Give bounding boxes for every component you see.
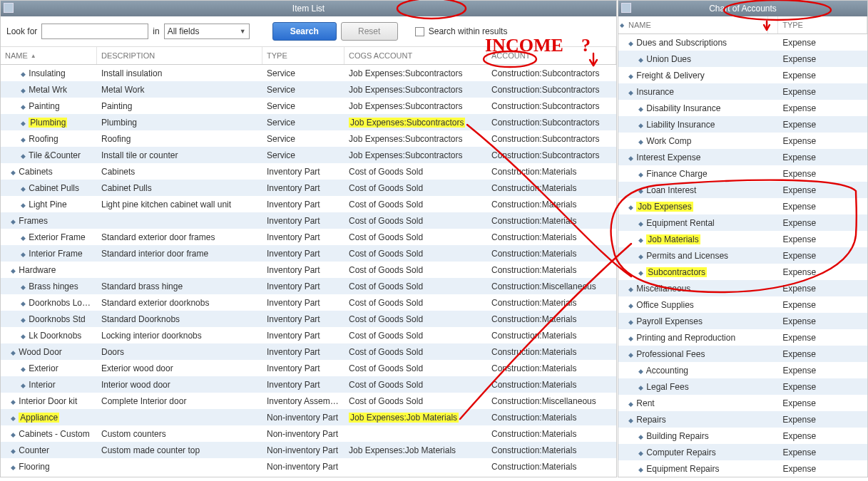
table-row[interactable]: ◆ Metal WrkMetal WorkServiceJob Expenses… [1,81,616,98]
table-row[interactable]: ◆ InteriorInterior wood doorInventory Pa… [1,376,616,393]
table-row[interactable]: ◆ Loan InterestExpense [618,182,867,198]
table-row[interactable]: ◆ Freight & DeliveryExpense [618,67,867,83]
col-description[interactable]: DESCRIPTION [97,47,262,64]
table-row[interactable]: ◆ FlooringNon-inventory PartConstruction… [1,458,616,475]
cell-name: ◆ Job Materials [618,234,769,244]
cell-type: Expense [778,398,867,408]
table-row[interactable]: ◆ Dues and SubscriptionsExpense [618,34,867,51]
table-row[interactable]: ◆ MiscellaneousExpense [618,280,867,296]
cell-type: Inventory Part [262,200,344,210]
col-attach[interactable] [768,16,778,33]
search-within-checkbox[interactable] [415,27,424,36]
table-row[interactable]: ◆ Wood DoorDoorsInventory PartCost of Go… [1,343,616,360]
window-control-icon[interactable] [621,3,631,13]
item-list-panel: Item List Look for in All fields ▼ Searc… [0,0,617,477]
cell-type: Inventory Part [262,216,344,226]
table-row[interactable]: ◆ Cabinets - CustomCustom countersNon-in… [1,425,616,442]
window-control-icon[interactable] [4,3,14,13]
cell-type: Inventory Assembly [262,396,344,406]
table-row[interactable]: ◆ ExteriorExterior wood doorInventory Pa… [1,360,616,376]
cell-name: ◆ Dues and Subscriptions [618,38,768,48]
table-row[interactable]: ◆ Legal FeesExpense [618,378,867,395]
diamond-icon: ◆ [628,400,634,408]
table-row[interactable]: ◆ Exterior FrameStandard exterior door f… [1,229,616,245]
diamond-icon: ◆ [21,103,26,110]
table-row[interactable]: ◆ InsuranceExpense [618,83,867,100]
table-row[interactable]: ◆ Lk DoorknobsLocking interior doorknobs… [1,327,616,343]
table-row[interactable]: ◆ Doorknobs Lock...Standard exterior doo… [1,294,616,311]
coa-titlebar[interactable]: Chart of Accounts [618,1,867,16]
table-row[interactable]: ◆ Interior FrameStandard interior door f… [1,245,616,262]
table-row[interactable]: ◆ RentExpense [618,395,867,411]
table-row[interactable]: ◆ Liability InsuranceExpense [618,116,867,133]
look-for-input[interactable] [41,24,148,39]
table-row[interactable]: ◆ Doorknobs StdStandard DoorknobsInvento… [1,311,616,327]
table-row[interactable]: ◆ Printing and ReproductionExpense [618,329,867,346]
table-row[interactable]: ◆ Permits and LicensesExpense [618,247,867,264]
cell-description: Cabinet Pulls [97,183,262,193]
table-row[interactable]: ◆ RoofingRoofingServiceJob Expenses:Subc… [1,130,616,147]
diamond-icon: ◆ [21,87,26,94]
cell-description: Exterior wood door [97,363,262,373]
table-row[interactable]: ◆ Cabinet PullsCabinet PullsInventory Pa… [1,180,616,196]
col-account[interactable]: ACCOUNT [487,47,616,64]
cell-cogs: Cost of Goods Sold [344,363,487,373]
diamond-icon: ◆ [638,220,644,227]
search-button[interactable]: Search [272,22,337,41]
table-row[interactable]: ◆ CabinetsCabinetsInventory PartCost of … [1,163,616,180]
table-row[interactable]: ◆ Building RepairsExpense [618,428,867,444]
cell-description: Interior wood door [97,380,262,390]
table-row[interactable]: ◆ Job MaterialsExpense [618,231,867,247]
table-row[interactable]: ◆ Work CompExpense [618,133,867,149]
table-row[interactable]: ◆ Professional FeesExpense [618,346,867,362]
col-cogs-account[interactable]: COGS ACCOUNT [344,47,487,64]
cell-cogs: Job Expenses:Job Materials [344,445,487,455]
table-row[interactable]: ◆ Interior Door kitComplete Interior doo… [1,393,616,409]
reset-button[interactable]: Reset [341,22,398,41]
table-row[interactable]: ◆ FramesInventory PartCost of Goods Sold… [1,212,616,229]
table-row[interactable]: ◆ PlumbingPlumbingServiceJob Expenses:Su… [1,114,616,130]
diamond-icon: ◆ [638,269,644,276]
col-name[interactable]: NAME [1,47,97,64]
table-row[interactable]: ◆ RepairsExpense [618,411,867,428]
table-row[interactable]: ◆ SubcontractorsExpense [618,264,867,280]
cell-cogs: Cost of Goods Sold [344,281,487,291]
diamond-icon: ◆ [628,319,634,326]
col-type[interactable]: TYPE [778,16,867,33]
table-row[interactable]: ◆ HardwareInventory PartCost of Goods So… [1,262,616,278]
table-row[interactable]: ◆ Equipment RentalExpense [618,214,867,231]
table-row[interactable]: ◆ CounterCustom made counter topNon-inve… [1,442,616,458]
cell-description: Roofing [97,134,262,144]
table-row[interactable]: ◆ Disability InsuranceExpense [618,100,867,116]
table-row[interactable]: ◆ PaintingPaintingServiceJob Expenses:Su… [1,98,616,114]
table-row[interactable]: ◆ Finance ChargeExpense [618,165,867,182]
table-row[interactable]: ◆ Union DuesExpense [618,51,867,67]
table-row[interactable]: ◆ InsulatingInstall insulationServiceJob… [1,65,616,81]
table-row[interactable]: ◆ Payroll ExpensesExpense [618,313,867,329]
item-list-titlebar[interactable]: Item List [1,1,616,16]
cell-type: Non-inventory Part [262,413,344,423]
cell-name: ◆ Liability Insurance [618,120,769,130]
diamond-icon: ◆ [638,105,644,113]
table-row[interactable]: ◆ AccountingExpense [618,362,867,378]
table-row[interactable]: ◆ Interest ExpenseExpense [618,149,867,165]
cell-name: ◆ Equipment Repairs [618,464,769,474]
fields-select[interactable]: All fields ▼ [164,24,250,39]
table-row[interactable]: ◆ Brass hingesStandard brass hingeInvent… [1,278,616,294]
table-row[interactable]: ◆ Equipment RepairsExpense [618,460,867,477]
cell-name: ◆ Job Expenses [618,202,768,212]
diamond-icon: ◆ [628,40,634,47]
table-row[interactable]: ◆ Tile &CounterInstall tile or counterSe… [1,147,616,163]
table-row[interactable]: ◆ Light PineLight pine kitchen cabinet w… [1,196,616,212]
cell-account: Construction:Subcontractors [487,150,616,160]
table-row[interactable]: ◆ ApplianceNon-inventory PartJob Expense… [1,409,616,425]
col-name[interactable]: NAME [618,16,768,33]
table-row[interactable]: ◆ Computer RepairsExpense [618,444,867,460]
cell-name: ◆ Flooring [1,462,97,472]
table-row[interactable]: ◆ Office SuppliesExpense [618,296,867,313]
col-type[interactable]: TYPE [262,47,344,64]
diamond-icon: ◆ [638,56,644,63]
table-row[interactable]: ◆ Job ExpensesExpense [618,198,867,214]
diamond-icon: ◆ [11,431,16,438]
cell-name: ◆ Doorknobs Std [1,314,97,324]
